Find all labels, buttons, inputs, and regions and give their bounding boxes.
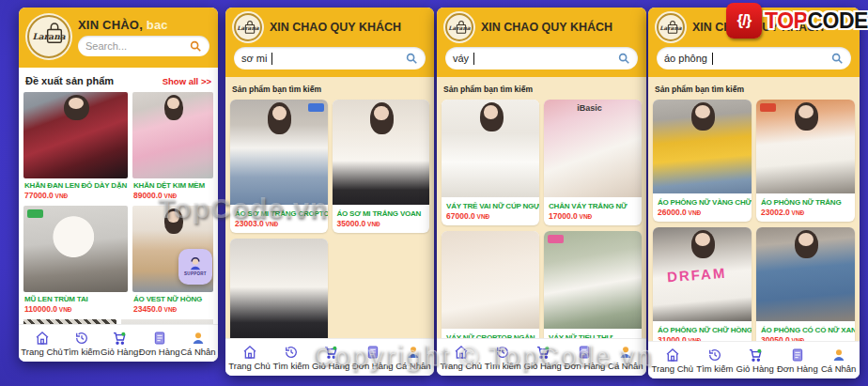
price-currency: VNĐ [790, 337, 805, 341]
product-price: 23003.0 VNĐ [230, 218, 328, 228]
profile-icon [191, 331, 206, 346]
product-price: 89000.0 VNĐ [132, 190, 213, 200]
product-card[interactable]: ÁO PHÔNG NỮ VÀNG CHỮ26000.0 VNĐ [653, 100, 752, 222]
product-name: MŨ LEN TRÙM TAI [23, 292, 128, 303]
search-input[interactable]: váy [445, 47, 638, 69]
nav-item-label: Đơn Hàng [565, 361, 606, 371]
nav-item-search[interactable]: Tìm kiếm [272, 345, 309, 371]
profile-icon [831, 347, 846, 363]
product-grid: ÁO SƠ MI TRẮNG CROPTOP23003.0 VNĐÁO SƠ M… [230, 100, 429, 338]
history-search-icon [707, 347, 722, 363]
product-card[interactable]: ÁO SƠ MI TRẮNG VOAN35000.0 VNĐ [333, 100, 430, 233]
nav-item-label: Tìm kiếm [63, 347, 100, 357]
topcode-logo: {/} TOPCODE.VN [726, 3, 868, 39]
product-image [23, 92, 128, 178]
price-value: 31000.0 [658, 335, 687, 341]
product-card[interactable]: VÁY NỮ CROPTOP NGẮN23000.0 VNĐ [442, 231, 539, 338]
nav-item-home[interactable]: Trang Chủ [652, 347, 694, 374]
nav-item-label: Cá Nhân [180, 347, 216, 357]
price-currency: VNĐ [687, 209, 702, 216]
nav-item-profile[interactable]: Cá Nhân [821, 347, 857, 374]
product-price: 67000.0 VNĐ [442, 210, 539, 221]
results-content: Sản phẩm bạn tìm kiếm ÁO SƠ MI TRẮNG CRO… [225, 77, 434, 338]
product-image [442, 100, 539, 197]
product-name: ÁO PHÔNG CÓ CỔ NỮ XAN... [756, 321, 855, 334]
support-button[interactable]: SUPPORT [178, 249, 212, 285]
nav-item-cart[interactable]: Giỏ Hàng [101, 331, 138, 357]
price-value: 23003.0 [235, 219, 264, 228]
nav-item-search[interactable]: Tìm kiếm [63, 331, 100, 357]
product-name: KHĂN ĐAN LEN ĐỎ DÀY DẶN [23, 178, 128, 190]
product-image [756, 100, 855, 193]
nav-item-label: Đơn Hàng [352, 361, 394, 371]
section-header: Sản phẩm bạn tìm kiếm [653, 82, 855, 100]
nav-item-cart[interactable]: Giỏ Hàng [524, 345, 562, 371]
nav-item-profile[interactable]: Cá Nhân [395, 345, 431, 371]
nav-item-cart[interactable]: Giỏ Hàng [312, 345, 349, 371]
product-card[interactable]: ÁO PHÔNG NỮ TRẮNG23002.0 VNĐ [756, 100, 855, 222]
nav-item-home[interactable]: Trang Chủ [228, 345, 271, 371]
product-name: ÁO PHÔNG NỮ VÀNG CHỮ [653, 193, 752, 207]
product-card[interactable]: MŨ LEN TRÙM TAI110000.0 VNĐ [23, 206, 128, 314]
nav-item-home[interactable]: Trang Chủ [21, 331, 63, 357]
support-label: SUPPORT [184, 271, 207, 276]
app-header: Larana XIN CHAO QUY KHÁCH váy [437, 8, 646, 77]
home-icon [665, 347, 680, 363]
partial-product-image [121, 319, 214, 324]
nav-item-orders[interactable]: Đơn Hàng [139, 331, 180, 357]
product-image [333, 100, 430, 205]
partial-product-image [23, 319, 116, 324]
search-input[interactable]: sơ mi [234, 47, 426, 69]
search-icon[interactable] [405, 52, 418, 65]
search-input[interactable]: Search... [78, 36, 209, 56]
nav-item-orders[interactable]: Đơn Hàng [777, 347, 818, 374]
product-card[interactable]: ÁO PHÔNG CÓ CỔ NỮ XAN...30050.0 VNĐ [756, 227, 855, 341]
nav-item-search[interactable]: Tìm kiếm [696, 347, 733, 374]
price-currency: VNĐ [163, 306, 178, 313]
image-label: DRFAM [666, 265, 726, 285]
price-value: 26000.0 [658, 208, 687, 217]
results-content: Sản phẩm bạn tìm kiếm ÁO PHÔNG NỮ VÀNG C… [648, 77, 860, 341]
nav-item-profile[interactable]: Cá Nhân [608, 345, 643, 371]
search-icon[interactable] [617, 52, 630, 65]
cart-icon [748, 347, 763, 363]
price-currency: VNĐ [264, 221, 279, 227]
nav-item-label: Trang Chủ [228, 361, 271, 371]
greeting: XIN CHÀO, [78, 18, 143, 32]
nav-item-orders[interactable]: Đơn Hàng [565, 345, 606, 371]
results-content: Sản phẩm bạn tìm kiếm VÁY TRỄ VAI NỮ CÚP… [437, 77, 646, 338]
product-card[interactable]: DRFAMÁO PHÔNG NỮ CHỮ HỒNG...31000.0 VNĐ [653, 227, 752, 341]
nav-item-orders[interactable]: Đơn Hàng [352, 345, 394, 371]
nav-item-home[interactable]: Trang Chủ [440, 345, 482, 371]
nav-item-search[interactable]: Tìm kiếm [485, 345, 521, 371]
product-card[interactable]: VÁY TRỄ VAI NỮ CÚP NGỰC67000.0 VNĐ [442, 100, 539, 225]
search-query: áo phông [664, 53, 707, 64]
product-name: KHĂN DỆT KIM MỀM [132, 178, 213, 190]
text-cursor [473, 53, 474, 65]
price-currency: VNĐ [790, 209, 805, 216]
product-image [756, 227, 855, 321]
product-price: 35000.0 VNĐ [333, 218, 430, 228]
nav-item-profile[interactable]: Cá Nhân [180, 331, 216, 357]
product-card[interactable]: ÁO SƠ MI TRẮNG CROPTOP23003.0 VNĐ [230, 100, 328, 233]
product-image: iBasic [544, 100, 642, 197]
product-card[interactable]: VÁY NỮ TIỂU THƯ25000.0 VNĐ [544, 231, 642, 338]
product-name: ÁO VEST NỮ HỒNG [132, 292, 213, 303]
search-input[interactable]: áo phông [657, 47, 851, 69]
nav-item-label: Giỏ Hàng [101, 347, 138, 357]
product-name: ÁO SƠ MI TRẮNG CROPTOP [230, 205, 328, 218]
section-title: Sản phẩm bạn tìm kiếm [232, 85, 321, 94]
product-card[interactable]: KHĂN ĐAN LEN ĐỎ DÀY DẶN77000.0 VNĐ [23, 92, 128, 200]
image-badge [548, 235, 564, 243]
search-icon[interactable] [830, 52, 844, 65]
home-icon [35, 331, 50, 346]
product-card[interactable]: KHĂN DỆT KIM MỀM89000.0 VNĐ [132, 92, 213, 200]
product-card[interactable]: ÁO SƠ MI VOAN TRƠN41000.0 VNĐ [230, 239, 328, 338]
product-name: ÁO PHÔNG NỮ CHỮ HỒNG... [653, 321, 752, 334]
product-card[interactable]: iBasicCHÂN VÁY TRẮNG NỮ17000.0 VNĐ [544, 100, 642, 225]
price-value: 110000.0 [24, 304, 57, 314]
nav-item-cart[interactable]: Giỏ Hàng [736, 347, 774, 374]
brand-name: Larana [659, 24, 681, 31]
show-all-link[interactable]: Show all >> [163, 76, 211, 86]
search-icon[interactable] [189, 39, 202, 53]
